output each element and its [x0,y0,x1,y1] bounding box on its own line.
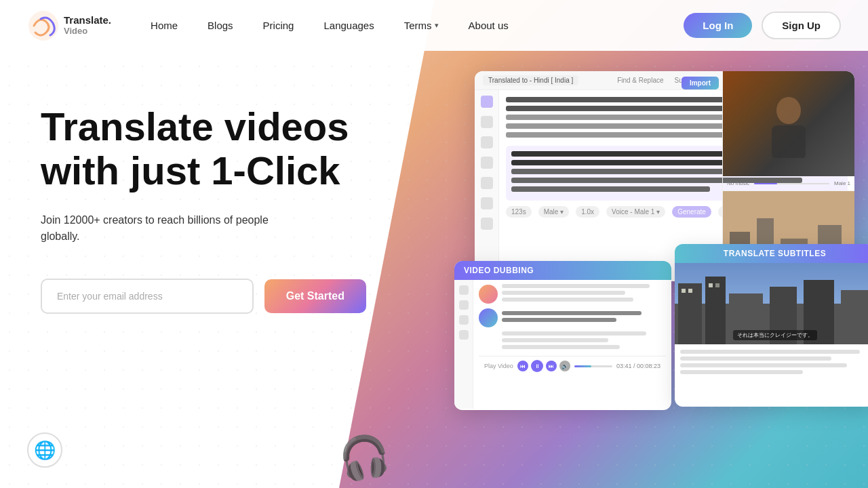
dubbing-row-3 [479,331,666,352]
svg-rect-2 [772,125,806,158]
person-silhouette [762,90,816,158]
play-video-label: Play Video [484,363,513,369]
translated-to-label: Translated to - Hindi [ India ] [483,75,578,85]
dubbing-sidebar-icon-3 [459,315,469,325]
nav-about[interactable]: About us [456,14,521,37]
nav-languages[interactable]: Languages [311,14,386,37]
speaker-avatar-2 [479,308,498,327]
svg-rect-16 [841,290,868,344]
stat-123s: 123s [506,206,532,218]
volume-button[interactable]: 🔊 [559,361,570,371]
nav-terms[interactable]: Terms ▾ [392,14,451,37]
dubbing-sidebar [454,280,473,409]
nav-pricing[interactable]: Pricing [251,14,307,37]
sub-line-1 [680,350,860,354]
email-form: Get Started [41,279,366,314]
dubbing-card-body: Play Video ⏮ ⏸ ⏭ 🔊 03:41 / 00:08:23 [454,280,671,409]
svg-rect-17 [682,289,686,293]
hero-title: Translate videos with just 1-Click [41,105,366,193]
dubbing-content-area: Play Video ⏮ ⏸ ⏭ 🔊 03:41 / 00:08:23 [473,280,671,409]
find-replace-label: Find & Replace [617,77,663,84]
svg-rect-20 [715,283,719,287]
subtitles-video-area: それは本当にクレイジーです。 [675,263,868,344]
sub-line-4 [680,370,803,374]
logo[interactable]: Translate. Video [27,9,111,42]
svg-rect-18 [688,289,692,293]
main-content: Translate videos with just 1-Click Join … [0,51,868,488]
sidebar-icon-2 [481,116,493,128]
video-thumbnail-top [723,71,854,176]
thumb-controls: No music Male 1 [723,176,854,190]
ui-dubbing-card: VIDEO DUBBING [454,261,671,410]
forward-button[interactable]: ⏭ [546,361,557,371]
sub-line-2 [680,357,831,361]
login-button[interactable]: Log In [684,13,752,38]
svg-rect-19 [709,283,713,287]
email-input-wrapper [41,279,254,314]
language-globe-button[interactable]: 🌐 [27,432,62,468]
speaker-avatar-1 [479,285,498,304]
get-started-button[interactable]: Get Started [264,279,366,313]
sidebar-icon-3 [481,136,493,148]
headphone-decoration: 🎧 [335,429,393,485]
header-actions: Log In Sign Up [684,12,841,39]
dubbing-row-1 [479,284,666,304]
ui-demo-area: Translated to - Hindi [ India ] Find & R… [454,71,868,488]
rewind-button[interactable]: ⏮ [517,361,528,371]
logo-icon [27,9,60,42]
playback-controls: ⏮ ⏸ ⏭ 🔊 [517,360,570,372]
logo-text-translate: Translate. [64,15,111,26]
dubbing-sidebar-icon-4 [459,330,469,340]
stat-voice: Voice - Male 1 ▾ [606,206,665,218]
stat-10x: 1.0x [576,206,599,218]
stat-generate: Generate [672,206,711,218]
progress-bar[interactable] [574,365,612,367]
header: Translate. Video Home Blogs Pricing Lang… [0,0,868,51]
editor-sidebar [475,90,499,280]
sidebar-icon-6 [481,197,493,209]
pause-button[interactable]: ⏸ [531,360,543,372]
subtitles-text-block [675,344,868,382]
stat-male: Male ▾ [538,206,569,218]
subtitles-card-header: TRANSLATE SUBTITLES [675,244,868,263]
signup-button[interactable]: Sign Up [762,12,841,39]
hero-title-line2: with just 1-Click [41,148,340,192]
dubbing-sidebar-icon-1 [459,285,469,295]
progress-fill [574,365,591,367]
subtitle-overlay: それは本当にクレイジーです。 [733,330,817,340]
sidebar-icon-1 [481,96,493,108]
dubbing-player: Play Video ⏮ ⏸ ⏭ 🔊 03:41 / 00:08:23 [479,356,666,375]
svg-point-1 [776,97,801,124]
dubbing-card-header: VIDEO DUBBING [454,261,671,280]
dubbing-row-2 [479,308,666,327]
globe-icon: 🌐 [34,440,56,461]
sidebar-icon-7 [481,218,493,230]
nav-home[interactable]: Home [138,14,190,37]
sidebar-icon-5 [481,177,493,189]
import-button[interactable]: Import [682,77,719,89]
logo-text-video: Video [64,26,111,36]
main-nav: Home Blogs Pricing Languages Terms ▾ Abo… [138,14,684,37]
time-display: 03:41 / 00:08:23 [616,363,660,369]
nav-blogs[interactable]: Blogs [195,14,245,37]
sidebar-icon-4 [481,157,493,169]
email-input[interactable] [41,279,254,314]
hero-section: Translate videos with just 1-Click Join … [41,92,366,314]
ui-subtitles-card: TRANSLATE SUBTITLES [675,244,868,407]
terms-chevron-icon: ▾ [435,21,439,30]
dubbing-sidebar-icon-2 [459,300,469,310]
hero-subtitle: Join 12000+ creators to reach billions o… [41,212,298,245]
hero-title-line1: Translate videos [41,104,349,148]
sub-line-3 [680,363,847,367]
